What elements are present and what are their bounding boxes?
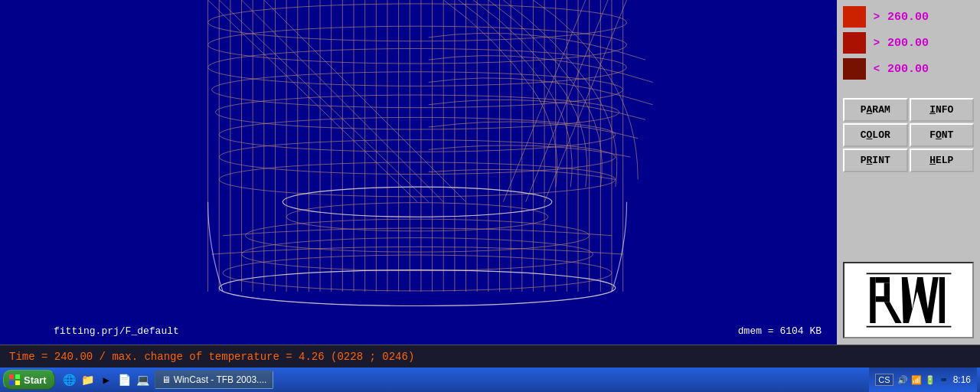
svg-rect-73 (9, 374, 14, 379)
info-label: INFO (929, 104, 953, 116)
legend-color-0 (843, 6, 866, 28)
ie-icon[interactable]: 🌐 (61, 371, 78, 388)
svg-rect-66 (884, 283, 889, 296)
buttons-grid: PARAM INFO COLOR FONT PRINT HELP (843, 98, 974, 172)
help-button[interactable]: HELP (910, 149, 975, 172)
tray-icon-4: ⌨ (938, 374, 950, 386)
start-label: Start (24, 374, 47, 386)
print-label: PRINT (861, 155, 890, 166)
right-panel: > 260.00 > 200.00 < 200.00 PARAM INFO (837, 0, 980, 345)
wincast-label: WinCast - TFB 2003.... (174, 374, 267, 385)
font-label: FONT (929, 129, 953, 141)
color-button[interactable]: COLOR (843, 123, 908, 147)
viewport-dmem: dmem = 6104 KB (738, 325, 822, 337)
tray-icon-3: 🔋 (924, 374, 936, 386)
clock: 8:16 (953, 374, 971, 385)
doc-icon[interactable]: 📄 (116, 371, 133, 388)
legend-item-1: > 200.00 (843, 32, 974, 54)
color-label: COLOR (861, 129, 890, 141)
viewport-label: fitting.prj/F_default (54, 325, 179, 337)
quick-launch: 🌐 📁 ▶ 📄 💻 (61, 371, 152, 388)
legend-symbol-1: > (871, 37, 883, 49)
app-icon[interactable]: 💻 (135, 371, 152, 388)
system-tray: CS 🔊 📶 🔋 ⌨ 8:16 (869, 368, 977, 392)
viewport-content: fitting.prj/F_default dmem = 6104 KB (0, 0, 837, 345)
param-button[interactable]: PARAM (843, 98, 908, 122)
print-button[interactable]: PRINT (843, 149, 908, 172)
legend-value-2: 200.00 (887, 63, 929, 76)
legend-value-1: 200.00 (887, 37, 929, 50)
logo-area (843, 262, 974, 338)
start-windows-icon (8, 374, 21, 386)
media-icon[interactable]: ▶ (98, 371, 115, 388)
taskbar: Start 🌐 📁 ▶ 📄 💻 🖥 WinCast - TFB 2003....… (0, 368, 980, 392)
svg-rect-69 (939, 277, 944, 323)
legend-item-0: > 260.00 (843, 6, 974, 28)
taskbar-items: 🖥 WinCast - TFB 2003.... (155, 371, 867, 389)
start-button[interactable]: Start (3, 370, 55, 390)
language-indicator: CS (875, 374, 893, 386)
legend-symbol-0: > (871, 11, 883, 23)
legend-value-0: 260.00 (887, 11, 929, 24)
help-label: HELP (929, 155, 953, 166)
svg-rect-64 (875, 277, 889, 283)
legend-item-2: < 200.00 (843, 58, 974, 80)
viewport: fitting.prj/F_default dmem = 6104 KB (0, 0, 837, 345)
tray-icon-2: 📶 (910, 374, 923, 386)
wincast-taskbar-item[interactable]: 🖥 WinCast - TFB 2003.... (155, 371, 274, 389)
tray-icon-1: 🔊 (897, 374, 909, 386)
legend-symbol-2: < (871, 63, 883, 75)
font-button[interactable]: FONT (910, 123, 975, 147)
info-button[interactable]: INFO (910, 98, 975, 122)
legend-color-1 (843, 32, 866, 54)
param-label: PARAM (861, 104, 890, 116)
tray-icons: 🔊 📶 🔋 ⌨ (897, 374, 950, 386)
wincast-icon: 🖥 (162, 374, 171, 385)
legend-color-2 (843, 58, 866, 80)
status-bar: Time = 240.00 / max. change of temperatu… (0, 345, 980, 368)
svg-rect-76 (15, 381, 20, 385)
legend-area: > 260.00 > 200.00 < 200.00 (843, 6, 974, 80)
main-area: fitting.prj/F_default dmem = 6104 KB > 2… (0, 0, 980, 345)
folder-icon[interactable]: 📁 (80, 371, 96, 388)
svg-rect-74 (15, 374, 20, 379)
svg-rect-0 (10, 0, 828, 322)
svg-rect-75 (9, 381, 14, 385)
svg-rect-63 (870, 277, 875, 323)
svg-rect-65 (875, 296, 889, 302)
status-text: Time = 240.00 / max. change of temperatu… (9, 351, 414, 363)
